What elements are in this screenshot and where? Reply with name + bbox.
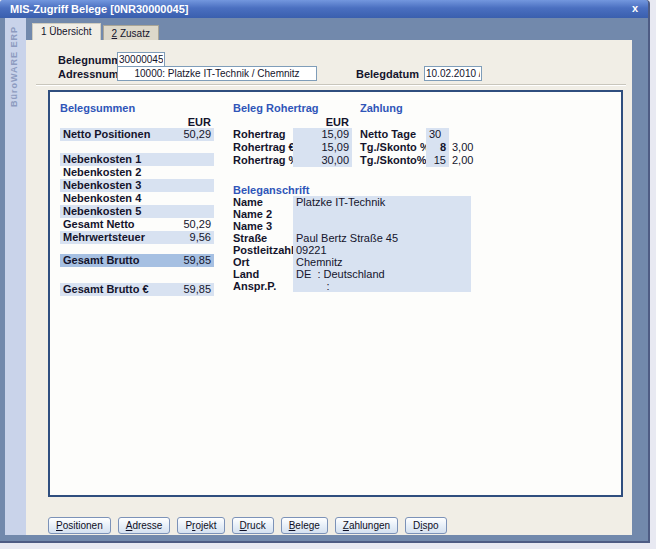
spacer xyxy=(60,141,214,153)
tab-uebersicht-label: 1 Übersicht xyxy=(41,26,92,37)
belegdatum-field[interactable] xyxy=(424,66,482,81)
spacer xyxy=(60,244,214,254)
netto-tage-label: Netto Tage xyxy=(360,128,416,141)
zahlung-title: Zahlung xyxy=(360,102,403,114)
row-label: Mehrwertsteuer xyxy=(63,231,145,244)
anschrift-land-label: Land xyxy=(233,268,259,280)
anschrift-title: Beleganschrift xyxy=(233,184,309,196)
brand-vertical-text: BüroWARE ERP xyxy=(9,26,19,107)
anschrift-land-value: DE : Deutschland xyxy=(293,268,471,280)
summary-row-nebenkosten-2: Nebenkosten 2 xyxy=(60,166,214,179)
anschrift-name-value: Platzke IT-Technik xyxy=(293,196,471,208)
summary-row-nebenkosten-1: Nebenkosten 1 xyxy=(60,153,214,166)
row-value: 59,85 xyxy=(183,254,211,267)
row-value: 50,29 xyxy=(183,128,211,141)
anschrift-ort-label: Ort xyxy=(233,256,250,268)
window-body: 1 Übersicht 2 Zusatz Belegnummer Adressn… xyxy=(26,18,632,535)
tab-zusatz-label: Zusatz xyxy=(117,28,150,39)
netto-tage-value-2 xyxy=(449,128,473,141)
rohertrag-eur-value: 15,09 xyxy=(293,141,352,154)
skonto2-prozent-value: 2,00 xyxy=(449,154,473,167)
spacer xyxy=(60,267,214,283)
row-value: 9,56 xyxy=(190,231,211,244)
window-title: MIS-Zugriff Belege [0NR30000045] xyxy=(10,3,189,15)
projekt-button[interactable]: Projekt xyxy=(177,517,224,534)
anschrift-plz-label: Postleitzahl xyxy=(233,244,294,256)
summary-row-nebenkosten-5: Nebenkosten 5 xyxy=(60,205,214,218)
row-label: Nebenkosten 2 xyxy=(63,166,141,179)
summary-row-gesamt-netto: Gesamt Netto 50,29 xyxy=(60,218,214,231)
row-label: Nebenkosten 5 xyxy=(63,205,141,218)
skonto1-prozent-value: 3,00 xyxy=(449,141,473,154)
belegsummen-currency-header: EUR xyxy=(60,116,214,128)
anschrift-ansprechpartner-value: : xyxy=(293,280,471,292)
skonto2-tage-value: 15 xyxy=(426,154,449,167)
adresse-button[interactable]: Adresse xyxy=(118,517,171,534)
page-uebersicht: Belegnummer Adressnummer Belegdatum Bele… xyxy=(26,40,632,535)
row-label: Gesamt Netto xyxy=(63,218,135,231)
row-value: 59,85 xyxy=(183,283,211,296)
anschrift-name2-value xyxy=(293,208,471,220)
rohertrag-label: Rohertrag xyxy=(233,128,286,141)
anschrift-plz-value: 09221 xyxy=(293,244,471,256)
skonto2-label: Tg./Skonto% xyxy=(360,154,427,167)
row-label: Nebenkosten 3 xyxy=(63,179,141,192)
anschrift-name-label: Name xyxy=(233,196,263,208)
tab-uebersicht[interactable]: 1 Übersicht xyxy=(32,23,101,40)
zahlungen-button[interactable]: Zahlungen xyxy=(335,517,398,534)
skonto1-tage-value: 8 xyxy=(426,141,449,154)
adressnummer-field[interactable] xyxy=(117,66,317,81)
close-icon[interactable]: x xyxy=(632,0,638,17)
rohertrag-currency-header: EUR xyxy=(293,116,352,128)
bottom-button-bar: Positionen Adresse Projekt Druck Belege … xyxy=(48,517,447,534)
druck-button[interactable]: Druck xyxy=(232,517,274,534)
dispo-button[interactable]: Dispo xyxy=(405,517,447,534)
header-divider xyxy=(36,84,626,86)
tab-zusatz[interactable]: 2 Zusatz xyxy=(103,25,159,40)
anschrift-name2-label: Name 2 xyxy=(233,208,272,220)
anschrift-ansprechpartner-label: Anspr.P. xyxy=(233,280,276,292)
anschrift-name3-label: Name 3 xyxy=(233,220,272,232)
rohertrag-prozent-label: Rohertrag % xyxy=(233,154,298,167)
anschrift-strasse-value: Paul Bertz Straße 45 xyxy=(293,232,471,244)
row-label: Nebenkosten 1 xyxy=(63,153,141,166)
row-label: Gesamt Brutto xyxy=(63,254,139,267)
rohertrag-eur-label: Rohertrag € xyxy=(233,141,295,154)
summary-row-netto-positionen: Netto Positionen 50,29 xyxy=(60,128,214,141)
row-label: Gesamt Brutto € xyxy=(63,283,149,296)
belegsummen-rows: Netto Positionen 50,29 Nebenkosten 1 Neb… xyxy=(60,128,214,296)
summary-row-gesamt-brutto: Gesamt Brutto 59,85 xyxy=(60,254,214,267)
netto-tage-value: 30 xyxy=(426,128,449,141)
detail-panel: Belegsummen EUR Netto Positionen 50,29 N… xyxy=(48,90,623,497)
row-label: Nebenkosten 4 xyxy=(63,192,141,205)
positionen-button[interactable]: Positionen xyxy=(48,517,111,534)
belegsummen-title: Belegsummen xyxy=(60,102,135,114)
rohertrag-value: 15,09 xyxy=(293,128,352,141)
app-window: MIS-Zugriff Belege [0NR30000045] x BüroW… xyxy=(0,0,650,543)
anschrift-strasse-label: Straße xyxy=(233,232,267,244)
rohertrag-title: Beleg Rohertrag xyxy=(233,102,319,114)
summary-row-nebenkosten-4: Nebenkosten 4 xyxy=(60,192,214,205)
window-titlebar[interactable]: MIS-Zugriff Belege [0NR30000045] x xyxy=(0,0,648,18)
row-value: 50,29 xyxy=(183,218,211,231)
anschrift-name3-value xyxy=(293,220,471,232)
rohertrag-prozent-value: 30,00 xyxy=(293,154,352,167)
row-label: Netto Positionen xyxy=(63,128,150,141)
brand-sidebar: BüroWARE ERP xyxy=(5,18,26,535)
anschrift-ort-value: Chemnitz xyxy=(293,256,471,268)
belegdatum-label: Belegdatum xyxy=(356,68,419,80)
belege-button[interactable]: Belege xyxy=(281,517,328,534)
belegnummer-field[interactable] xyxy=(117,52,165,67)
summary-row-mehrwertsteuer: Mehrwertsteuer 9,56 xyxy=(60,231,214,244)
desktop-background: MIS-Zugriff Belege [0NR30000045] x BüroW… xyxy=(0,0,656,549)
skonto1-label: Tg./Skonto % xyxy=(360,141,430,154)
summary-row-nebenkosten-3: Nebenkosten 3 xyxy=(60,179,214,192)
tab-strip: 1 Übersicht 2 Zusatz xyxy=(26,18,632,40)
summary-row-gesamt-brutto-eur: Gesamt Brutto € 59,85 xyxy=(60,283,214,296)
